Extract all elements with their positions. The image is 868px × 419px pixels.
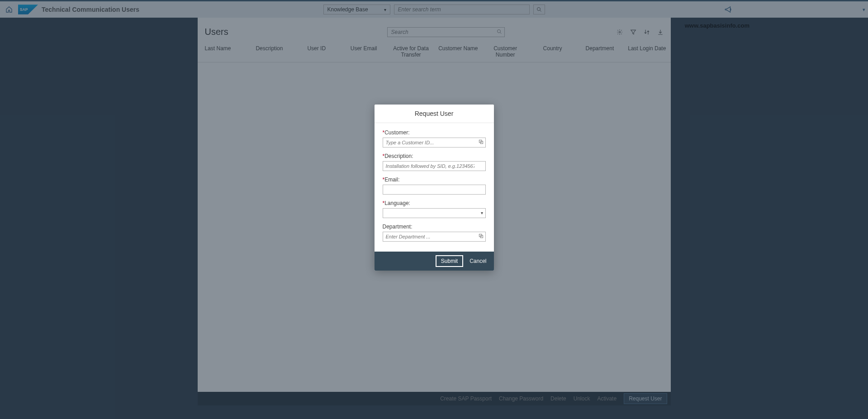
submit-button[interactable]: Submit — [436, 255, 463, 267]
customer-input[interactable] — [383, 138, 486, 148]
email-label: *Email: — [383, 176, 486, 183]
request-user-dialog: Request User *Customer: *Description: *E… — [375, 105, 494, 271]
language-label: *Language: — [383, 200, 486, 206]
field-email: *Email: — [383, 176, 486, 195]
value-help-icon[interactable] — [479, 139, 484, 144]
field-language: *Language: ▾ — [383, 200, 486, 218]
dialog-footer: Submit Cancel — [375, 252, 494, 271]
field-customer: *Customer: — [383, 129, 486, 148]
chevron-down-icon: ▾ — [481, 210, 483, 215]
field-description: *Description: — [383, 153, 486, 171]
field-department: Department: — [383, 224, 486, 242]
customer-label: *Customer: — [383, 129, 486, 136]
department-label: Department: — [383, 224, 486, 230]
dialog-body: *Customer: *Description: *Email: *Langu — [375, 123, 494, 252]
department-input[interactable] — [383, 232, 486, 242]
description-input[interactable] — [383, 161, 486, 171]
language-select[interactable] — [383, 208, 486, 218]
value-help-icon[interactable] — [479, 233, 484, 238]
email-input[interactable] — [383, 185, 486, 195]
dialog-title: Request User — [375, 105, 494, 123]
description-label: *Description: — [383, 153, 486, 159]
cancel-button[interactable]: Cancel — [467, 255, 489, 267]
